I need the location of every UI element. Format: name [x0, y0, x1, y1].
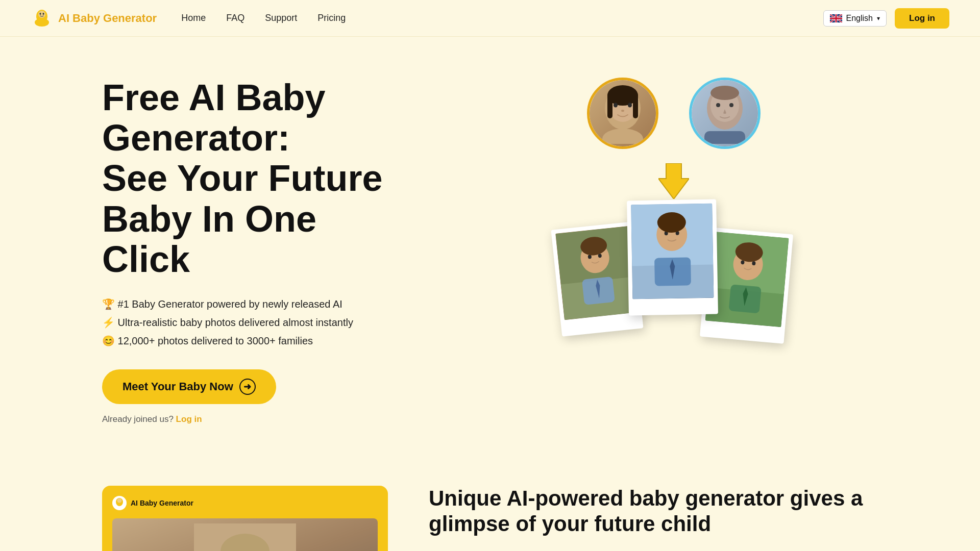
app-preview: AI Baby Generator [102, 486, 388, 551]
smile-icon: 😊 [102, 335, 115, 346]
app-mockup-title: AI Baby Generator [131, 499, 193, 507]
trophy-icon: 🏆 [102, 298, 115, 310]
feature-item-3: 😊 12,000+ photos delivered to 3000+ fami… [102, 335, 480, 347]
already-joined: Already joined us? Log in [102, 414, 480, 424]
feature-item-2: ⚡ Ultra-realistic baby photos delivered … [102, 316, 480, 329]
svg-rect-21 [704, 131, 745, 144]
svg-point-19 [716, 103, 720, 107]
parent-photos [587, 78, 761, 149]
baby-photo-2 [627, 199, 718, 315]
nav-right: English ▾ Log in [823, 8, 949, 29]
section-right: Unique AI-powered baby generator gives a… [429, 486, 878, 551]
login-link[interactable]: Log in [176, 414, 202, 424]
nav-item-faq[interactable]: FAQ [226, 13, 244, 23]
father-avatar [692, 80, 758, 146]
cta-label: Meet Your Baby Now [122, 380, 233, 393]
feature-item-1: 🏆 #1 Baby Generator powered by newly rel… [102, 298, 480, 310]
app-mockup-face [112, 518, 378, 551]
svg-point-12 [614, 103, 618, 108]
svg-point-4 [43, 13, 44, 15]
cta-button[interactable]: Meet Your Baby Now ➜ [102, 369, 276, 404]
nav-item-support[interactable]: Support [265, 13, 297, 23]
nav-links: Home FAQ Support Pricing [181, 13, 346, 23]
svg-point-3 [40, 13, 41, 15]
svg-point-20 [729, 103, 733, 107]
hero-illustration [521, 78, 827, 363]
arrow-circle-icon: ➜ [239, 379, 256, 395]
hero-features: 🏆 #1 Baby Generator powered by newly rel… [102, 298, 480, 347]
svg-point-49 [117, 498, 122, 503]
app-mockup-header: AI Baby Generator [112, 496, 378, 510]
svg-marker-22 [658, 163, 689, 199]
logo-text: AI Baby Generator [58, 12, 157, 25]
login-button[interactable]: Log in [895, 8, 949, 29]
svg-rect-11 [633, 93, 638, 118]
svg-point-13 [628, 103, 632, 108]
nav-item-pricing[interactable]: Pricing [317, 13, 346, 23]
navbar: AI Baby Generator Home FAQ Support Prici… [0, 0, 980, 37]
app-mockup: AI Baby Generator [102, 486, 388, 551]
baby-photos-container [546, 200, 801, 373]
bottom-section: AI Baby Generator [0, 455, 980, 551]
baby-image-2 [631, 204, 714, 299]
section-title: Unique AI-powered baby generator gives a… [429, 486, 878, 537]
flag-uk-icon [830, 14, 842, 22]
hero-title: Free AI Baby Generator: See Your Future … [102, 78, 480, 280]
chevron-down-icon: ▾ [877, 15, 880, 22]
svg-point-5 [35, 18, 49, 27]
father-photo [689, 78, 761, 149]
nav-item-home[interactable]: Home [181, 13, 206, 23]
hero-section: Free AI Baby Generator: See Your Future … [0, 37, 980, 455]
lightning-icon: ⚡ [102, 317, 115, 328]
mother-avatar [590, 80, 656, 146]
language-label: English [846, 14, 873, 23]
nav-left: AI Baby Generator Home FAQ Support Prici… [31, 7, 346, 30]
app-mockup-logo-icon [112, 496, 127, 510]
logo-icon [31, 7, 53, 30]
mother-photo [587, 78, 658, 149]
logo[interactable]: AI Baby Generator [31, 7, 157, 30]
arrow-down-icon [658, 163, 689, 206]
svg-point-18 [710, 86, 739, 100]
baby-image-1 [555, 226, 638, 320]
svg-rect-10 [607, 93, 612, 118]
language-selector[interactable]: English ▾ [823, 10, 887, 27]
svg-point-14 [621, 110, 624, 112]
svg-point-15 [602, 129, 643, 144]
hero-left: Free AI Baby Generator: See Your Future … [102, 78, 480, 424]
section-desc: Have you ever wondered, "What will our b… [429, 547, 878, 551]
svg-point-2 [38, 11, 45, 18]
